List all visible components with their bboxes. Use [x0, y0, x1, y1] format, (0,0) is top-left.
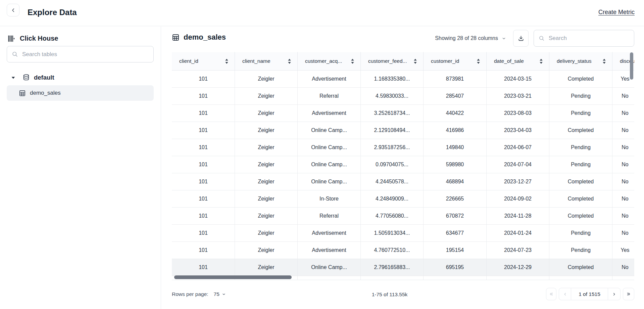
table-cell: Zeigler [235, 88, 298, 104]
table-row[interactable]: 101ZeiglerAdvertisement3.252618734...440… [172, 105, 634, 122]
next-page-button[interactable] [608, 288, 620, 300]
create-metric-link[interactable]: Create Metric [598, 9, 635, 16]
vertical-scrollbar-thumb[interactable] [630, 52, 633, 80]
table-cell: 195154 [424, 242, 487, 259]
table-cell [361, 276, 424, 280]
table-cell: Advertisement [298, 71, 361, 87]
table-cell: 2023-12-27 [487, 173, 549, 190]
table-cell: No [612, 259, 634, 276]
rows-per-page-value: 75 [214, 291, 219, 297]
chevron-left-icon [10, 7, 16, 13]
table-cell: Zeigler [235, 259, 298, 276]
table-cell: Zeigler [235, 71, 298, 87]
table-row[interactable]: 101ZeiglerOnline Camp...2.935187256...14… [172, 139, 634, 156]
data-grid: client_idclient_namecustomer_acq...custo… [172, 52, 634, 280]
table-row[interactable]: 101ZeiglerOnline Camp...4.24450578...468… [172, 173, 634, 190]
table-cell: 634677 [424, 225, 487, 241]
table-cell: 468894 [424, 173, 487, 190]
column-header-date-of-sale[interactable]: date_of_sale [487, 52, 549, 70]
table-row[interactable]: 101ZeiglerReferral4.59830033...285407202… [172, 88, 634, 105]
first-page-icon [549, 292, 554, 297]
column-header-customer-feed[interactable]: customer_feed... [361, 52, 424, 70]
column-header-customer-id[interactable]: customer_id [424, 52, 487, 70]
table-row[interactable]: 101ZeiglerAdvertisement1.505913034...634… [172, 225, 634, 242]
last-page-button[interactable] [623, 288, 634, 300]
table-search-box[interactable] [7, 46, 154, 62]
table-cell: 1.168335380... [361, 71, 424, 87]
table-cell: Zeigler [235, 139, 298, 156]
table-cell: Yes [612, 242, 634, 259]
last-page-icon [626, 292, 631, 297]
table-cell: 4.24849009... [361, 190, 424, 207]
sort-icon[interactable] [602, 58, 606, 64]
table-cell: 101 [172, 242, 235, 259]
table-cell [298, 276, 361, 280]
table-cell: 101 [172, 122, 235, 139]
column-header-client-id[interactable]: client_id [172, 52, 235, 70]
caret-down-icon[interactable] [11, 77, 15, 79]
table-cell: In-Store [298, 190, 361, 207]
column-header-client-name[interactable]: client_name [235, 52, 298, 70]
column-header-customer-acq[interactable]: customer_acq... [298, 52, 361, 70]
download-button[interactable] [513, 30, 529, 47]
back-button[interactable] [7, 4, 19, 16]
table-cell: No [612, 105, 634, 122]
grid-search-input[interactable] [548, 35, 629, 42]
sort-icon[interactable] [288, 58, 291, 64]
table-row[interactable]: 101ZeiglerOnline Camp...2.129108494...41… [172, 122, 634, 139]
columns-visibility-dropdown[interactable]: Showing 28 of 28 columns [435, 35, 506, 41]
table-cell: Advertisement [298, 225, 361, 241]
table-row[interactable]: 101ZeiglerIn-Store4.24849009...226665202… [172, 190, 634, 208]
table-cell: 2.935187256... [361, 139, 424, 156]
sort-icon[interactable] [413, 58, 417, 64]
search-icon [12, 51, 18, 57]
table-cell: 2024-09-02 [487, 190, 549, 207]
table-cell [424, 276, 487, 280]
table-row[interactable]: 101ZeiglerAdvertisement4.760772510...195… [172, 242, 634, 259]
table-search-input[interactable] [21, 51, 149, 58]
sort-icon[interactable] [351, 58, 354, 64]
chevron-down-icon [222, 292, 226, 296]
table-cell: Referral [298, 208, 361, 224]
table-cell: 598980 [424, 156, 487, 173]
sort-icon[interactable] [225, 58, 229, 64]
table-cell: 101 [172, 190, 235, 207]
table-cell: Zeigler [235, 225, 298, 241]
table-cell: 101 [172, 139, 235, 156]
table-cell: 2024-01-24 [487, 225, 549, 241]
rows-per-page-control: Rows per page: 75 [172, 290, 226, 299]
table-cell: Zeigler [235, 122, 298, 139]
first-page-button[interactable] [546, 288, 556, 300]
table-cell: Pending [549, 242, 612, 259]
page-indicator: 1 of 1515 [571, 288, 608, 300]
table-cell [612, 276, 634, 280]
search-icon [539, 35, 545, 41]
prev-page-button[interactable] [559, 288, 571, 300]
table-cell: 101 [172, 71, 235, 87]
sort-icon[interactable] [477, 58, 480, 64]
table-row[interactable]: 101ZeiglerReferral4.77056080...670872202… [172, 208, 634, 225]
sidebar-table-name: demo_sales [30, 90, 61, 96]
table-row[interactable]: 101ZeiglerOnline Camp...0.09704075...598… [172, 156, 634, 173]
database-tree-item[interactable]: default [0, 71, 161, 85]
sidebar-item-demo-sales[interactable]: demo_sales [7, 85, 154, 101]
table-cell: Advertisement [298, 242, 361, 259]
table-cell: Completed [549, 173, 612, 190]
table-cell: Pending [549, 88, 612, 104]
table-cell: Zeigler [235, 190, 298, 207]
table-cell: Zeigler [235, 208, 298, 224]
rows-per-page-dropdown[interactable]: 75 [214, 291, 226, 297]
table-row[interactable]: 101ZeiglerOnline Camp...2.796165883...69… [172, 259, 634, 276]
grid-search-box[interactable] [534, 30, 634, 47]
prev-page-icon [563, 292, 567, 297]
table-cell: 2024-12-29 [487, 259, 549, 276]
table-cell: Zeigler [235, 242, 298, 259]
table-cell: 2024-07-23 [487, 242, 549, 259]
table-cell: Pending [549, 105, 612, 122]
table-cell: 101 [172, 225, 235, 241]
table-row[interactable]: 101ZeiglerAdvertisement1.168335380...873… [172, 71, 634, 88]
table-cell: No [612, 225, 634, 241]
sort-icon[interactable] [539, 58, 543, 64]
column-header-delivery-status[interactable]: delivery_status [549, 52, 612, 70]
horizontal-scrollbar-thumb[interactable] [174, 275, 292, 279]
